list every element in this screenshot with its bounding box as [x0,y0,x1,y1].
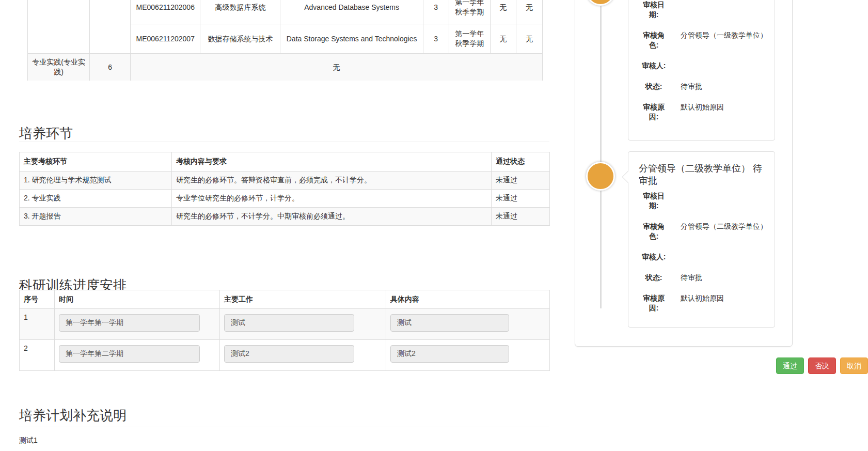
audit-card: 审核日期: 审核角色: 分管领导（一级教学单位） 审核人: 状态: 待审批 审核… [628,0,775,141]
audit-field: 审核原因: 默认初始原因 [639,293,770,313]
course-exempt: 无 [516,0,542,24]
schedule-time-input [59,345,200,363]
table-header-row: 序号 时间 主要工作 具体内容 [20,290,550,309]
practice-content: 无 [131,54,543,81]
column-header: 主要工作 [220,290,386,309]
training-plan-page: ME006211202006 高级数据库系统 Advanced Database… [0,0,868,451]
schedule-work-input [224,345,354,363]
audit-field-label: 状态: [640,82,668,91]
column-header: 考核内容与要求 [172,152,492,172]
step-name: 1. 研究伦理与学术规范测试 [20,172,172,190]
table-row: ME006211202006 高级数据库系统 Advanced Database… [28,0,543,24]
schedule-detail-input [390,345,509,363]
audit-field-label: 审核人: [640,61,668,71]
table-row: 1. 研究伦理与学术规范测试 研究生的必修环节。答辩资格审查前，必须完成，不计学… [20,172,550,190]
audit-field: 状态: 待审批 [639,273,770,283]
section-title-training-steps: 培养环节 [19,125,73,142]
course-exempt: 无 [516,24,542,54]
table-row: 2. 专业实践 专业学位研究生的必修环节，计学分。 未通过 [20,190,550,208]
step-status: 未通过 [492,208,550,226]
step-requirement: 研究生的必修环节。答辩资格审查前，必须完成，不计学分。 [172,172,492,190]
audit-field-value: 默认初始原因 [681,293,770,303]
audit-field-label: 审核日期: [640,191,668,211]
course-table-container: ME006211202006 高级数据库系统 Advanced Database… [27,0,543,81]
schedule-index: 1 [20,309,55,340]
audit-field-value: 分管领导（二级教学单位） [681,222,770,231]
column-header: 具体内容 [386,290,550,309]
practice-category: 专业实践(专业实践) [28,54,90,81]
table-row: 专业实践(专业实践) 6 无 [28,54,543,81]
audit-field: 审核人: [639,252,770,262]
step-name: 3. 开题报告 [20,208,172,226]
audit-field: 状态: 待审批 [639,82,770,91]
section-divider [19,427,549,427]
step-requirement: 研究生的必修环节，不计学分。中期审核前必须通过。 [172,208,492,226]
step-requirement: 专业学位研究生的必修环节，计学分。 [172,190,492,208]
schedule-index: 2 [20,340,55,371]
table-row: 3. 开题报告 研究生的必修环节，不计学分。中期审核前必须通过。 未通过 [20,208,550,226]
course-credit-group-cell [90,0,131,54]
audit-field: 审核角色: 分管领导（一级教学单位） [639,30,770,50]
audit-field-label: 状态: [640,273,668,283]
audit-card: 分管领导（二级教学单位） 待审批 审核日期: 审核角色: 分管领导（二级教学单位… [628,151,775,328]
column-header: 通过状态 [492,152,550,172]
audit-field-value: 待审批 [681,82,770,91]
audit-field-label: 审核人: [640,252,668,262]
course-semester: 第一学年秋季学期 [449,24,490,54]
timeline-node-icon [586,162,615,191]
audit-field: 审核日期: [639,0,770,20]
audit-field: 审核日期: [639,191,770,211]
table-row: 1 [20,309,550,340]
course-category-cell [28,0,90,54]
section-divider [19,142,549,142]
audit-field-label: 审核角色: [640,30,668,50]
column-header: 主要考核环节 [20,152,172,172]
cancel-button[interactable]: 取消 [840,357,868,374]
approve-button[interactable]: 通过 [776,357,804,374]
audit-field-value: 待审批 [681,273,770,283]
audit-field-value: 分管领导（一级教学单位） [681,30,770,40]
timeline-node-icon [586,0,615,6]
timeline-line [600,0,602,308]
audit-card-title: 分管领导（二级教学单位） 待审批 [639,162,769,187]
course-semester: 第一学年秋季学期 [449,0,490,24]
schedule-time-input [59,314,200,332]
column-header: 时间 [55,290,220,309]
audit-field: 审核原因: 默认初始原因 [639,102,770,122]
column-header: 序号 [20,290,55,309]
practice-credits: 6 [90,54,131,81]
course-code: ME006211202006 [131,0,200,24]
audit-field-label: 审核原因: [640,293,668,313]
course-table: ME006211202006 高级数据库系统 Advanced Database… [27,0,543,81]
training-steps-table: 主要考核环节 考核内容与要求 通过状态 1. 研究伦理与学术规范测试 研究生的必… [19,152,550,226]
audit-field: 审核角色: 分管领导（二级教学单位） [639,222,770,241]
course-code: ME006211202007 [131,24,200,54]
reject-button[interactable]: 否决 [808,357,836,374]
audit-field-label: 审核角色: [640,222,668,241]
step-status: 未通过 [492,190,550,208]
audit-field-value: 默认初始原因 [681,102,770,112]
step-name: 2. 专业实践 [20,190,172,208]
schedule-detail-input [390,314,509,332]
card-arrow-notch [622,170,634,183]
step-status: 未通过 [492,172,550,190]
audit-field-label: 审核原因: [640,102,668,122]
audit-field: 审核人: [639,61,770,71]
research-schedule-table: 序号 时间 主要工作 具体内容 1 2 [19,290,550,371]
supplement-content: 测试1 [19,436,38,445]
course-credits: 3 [423,0,449,24]
table-header-row: 主要考核环节 考核内容与要求 通过状态 [20,152,550,172]
course-exempt: 无 [490,0,516,24]
course-credits: 3 [423,24,449,54]
course-exempt: 无 [490,24,516,54]
course-name: 数据存储系统与技术 [200,24,280,54]
audit-flow-panel: 审核日期: 审核角色: 分管领导（一级教学单位） 审核人: 状态: 待审批 审核… [575,0,793,347]
course-name-en: Advanced Database Systems [280,0,423,24]
schedule-work-input [224,314,354,332]
course-name-en: Data Storage Systems and Technologies [280,24,423,54]
audit-field-label: 审核日期: [640,0,668,20]
course-name: 高级数据库系统 [200,0,280,24]
table-row: 2 [20,340,550,371]
section-title-supplement: 培养计划补充说明 [19,407,127,424]
audit-actions: 通过 否决 取消 [776,357,868,374]
